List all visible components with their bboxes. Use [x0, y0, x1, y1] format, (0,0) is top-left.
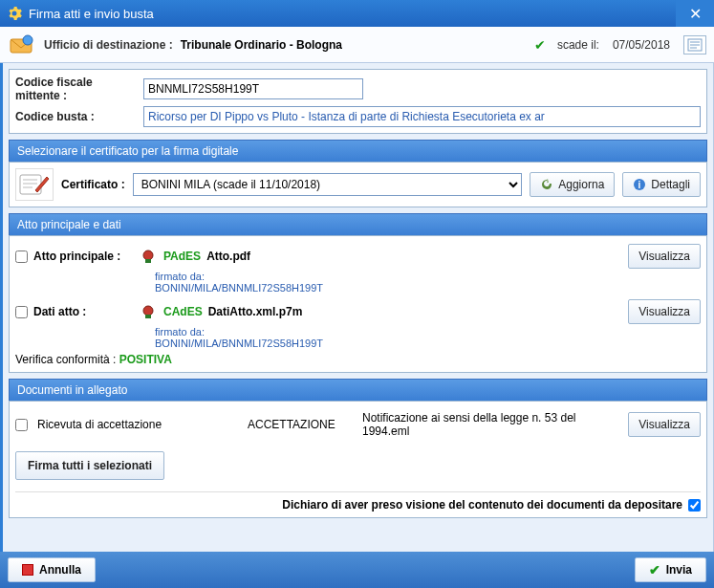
- data-checkbox[interactable]: [15, 306, 28, 318]
- declare-row: Dichiaro di aver preso visione del conte…: [15, 491, 701, 512]
- principal-signed-by: firmato da: BONINI/MILA/BNNMLI72S58H199T: [155, 271, 701, 294]
- document-icon-button[interactable]: [683, 35, 706, 54]
- check-icon: ✔: [534, 37, 546, 53]
- sender-panel: Codice fiscale mittente : Codice busta :…: [9, 69, 707, 134]
- titlebar: Firma atti e invio busta ✕: [0, 0, 714, 27]
- seal-icon: [139, 303, 158, 320]
- attach-section-title: Documenti in allegato: [9, 379, 707, 401]
- view-data-button[interactable]: Visualizza: [628, 299, 701, 324]
- cf-label: Codice fiscale mittente :: [15, 76, 138, 102]
- principal-file: Atto.pdf: [206, 250, 250, 263]
- cancel-button[interactable]: Annulla: [8, 557, 96, 582]
- doc-section-body: Atto principale : PAdES Atto.pdf Visuali…: [9, 235, 707, 373]
- principal-label: Atto principale :: [33, 250, 133, 263]
- attachment-checkbox[interactable]: [15, 419, 28, 431]
- cert-section-title: Selezionare il certificato per la firma …: [9, 140, 707, 162]
- attachment-row: Ricevuta di accettazione ACCETTAZIONE No…: [15, 411, 701, 438]
- principal-checkbox[interactable]: [15, 250, 28, 263]
- footer-bar: Annulla ✔ Invia: [0, 552, 714, 588]
- gear-icon: [6, 5, 23, 22]
- deadline-value: 07/05/2018: [613, 38, 670, 52]
- declare-checkbox[interactable]: [688, 499, 701, 512]
- attach-section-body: Ricevuta di accettazione ACCETTAZIONE No…: [9, 401, 707, 518]
- dest-label: Ufficio di destinazione :: [44, 38, 173, 52]
- close-icon: ✕: [689, 5, 702, 23]
- sign-selected-button[interactable]: Firma tutti i selezionati: [15, 451, 164, 480]
- pades-tag: PAdES: [163, 250, 201, 263]
- dest-value: Tribunale Ordinario - Bologna: [181, 38, 342, 52]
- refresh-icon: [540, 178, 553, 191]
- svg-rect-15: [145, 315, 151, 318]
- attachment-name: Ricevuta di accettazione: [37, 418, 238, 431]
- window-close-button[interactable]: ✕: [676, 0, 714, 27]
- data-signed-by: firmato da: BONINI/MILA/BNNMLI72S58H199T: [155, 326, 701, 349]
- content-area: Codice fiscale mittente : Codice busta :…: [0, 63, 714, 552]
- seal-icon: [139, 248, 158, 265]
- verify-label: Verifica conformità :: [15, 353, 116, 366]
- bcode-label: Codice busta :: [15, 110, 138, 123]
- svg-text:i: i: [638, 180, 641, 190]
- svg-point-14: [143, 306, 153, 316]
- view-principal-button[interactable]: Visualizza: [628, 244, 701, 269]
- refresh-button[interactable]: Aggiorna: [530, 172, 615, 197]
- attachment-desc: Notificazione ai sensi della legge n. 53…: [362, 411, 618, 438]
- principal-row: Atto principale : PAdES Atto.pdf Visuali…: [15, 244, 701, 269]
- details-button[interactable]: i Dettagli: [622, 172, 701, 197]
- envelope-icon: [8, 32, 36, 58]
- svg-rect-13: [145, 259, 151, 263]
- send-button[interactable]: ✔ Invia: [635, 557, 706, 582]
- attachment-type: ACCETTAZIONE: [248, 418, 353, 431]
- cancel-icon: [22, 564, 33, 576]
- cf-input[interactable]: [143, 78, 363, 99]
- details-label: Dettagli: [651, 178, 690, 191]
- data-row: Dati atto : CAdES DatiAtto.xml.p7m Visua…: [15, 299, 701, 324]
- doc-section-title: Atto principale e dati: [9, 213, 707, 235]
- declare-label: Dichiaro di aver preso visione del conte…: [282, 498, 682, 512]
- bcode-value[interactable]: Ricorso per DI Pippo vs Pluto - Istanza …: [143, 106, 701, 127]
- view-attachment-button[interactable]: Visualizza: [628, 412, 701, 437]
- info-icon: i: [633, 178, 646, 191]
- cert-section-body: Certificato : BONINI MILA (scade il 11/1…: [9, 162, 707, 207]
- cades-tag: CAdES: [163, 305, 203, 318]
- signature-icon: [15, 168, 54, 201]
- window-title: Firma atti e invio busta: [29, 7, 676, 21]
- cert-label: Certificato :: [61, 178, 125, 191]
- deadline-label: scade il:: [557, 38, 599, 52]
- check-icon: ✔: [649, 562, 660, 577]
- certificate-select[interactable]: BONINI MILA (scade il 11/10/2018): [133, 173, 523, 196]
- data-label: Dati atto :: [33, 305, 133, 318]
- destination-bar: Ufficio di destinazione : Tribunale Ordi…: [0, 27, 714, 63]
- svg-point-1: [23, 35, 32, 45]
- refresh-label: Aggiorna: [558, 178, 604, 191]
- verify-row: Verifica conformità : POSITIVA: [15, 353, 701, 366]
- svg-point-12: [143, 250, 153, 260]
- data-file: DatiAtto.xml.p7m: [208, 305, 303, 318]
- verify-value: POSITIVA: [119, 353, 172, 366]
